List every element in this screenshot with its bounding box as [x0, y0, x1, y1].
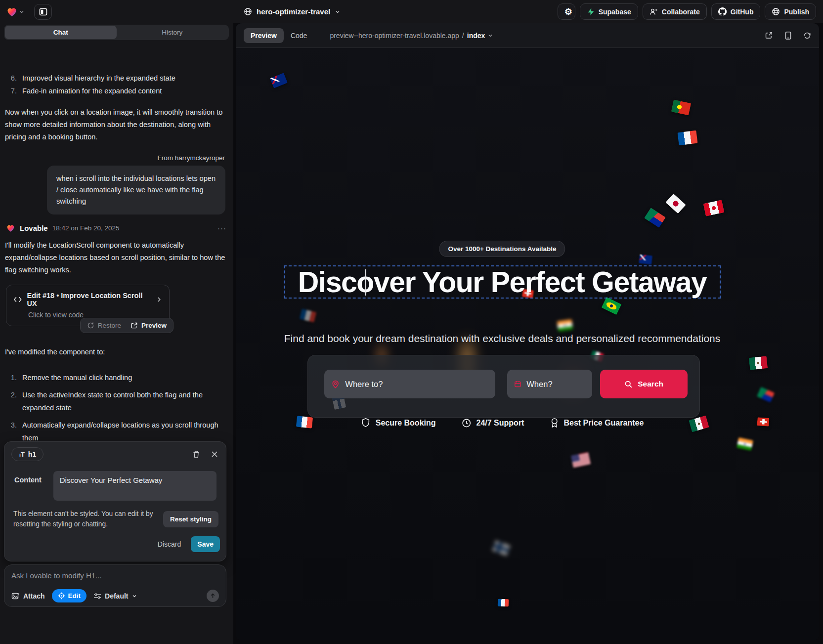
list-item: 1.Remove the manual click handling — [0, 371, 233, 384]
preview-button[interactable]: Preview — [130, 322, 167, 329]
calendar-icon — [514, 380, 521, 388]
supabase-icon — [587, 8, 595, 16]
tab-history[interactable]: History — [117, 26, 228, 39]
topbar-actions: ⚙ Supabase Collaborate GitHub Publish — [558, 3, 823, 20]
edit-mode-button[interactable]: Edit — [52, 589, 87, 602]
url-page: index — [467, 32, 485, 40]
list-item: 7.Fade-in animation for the expanded con… — [0, 85, 233, 97]
element-editor-panel: тT h1 Content Discover Your Perfect Geta… — [4, 441, 226, 561]
chevron-down-icon — [488, 33, 493, 38]
content-textarea[interactable]: Discover Your Perfect Getaway — [53, 471, 217, 501]
collaborate-button[interactable]: Collaborate — [643, 3, 707, 20]
type-icon: тT — [19, 451, 24, 458]
send-button[interactable] — [207, 590, 219, 602]
list-item: 2.Use the activeIndex state to control b… — [0, 388, 233, 414]
list-item: 6.Improved visual hierarchy in the expan… — [0, 72, 233, 85]
model-default-button[interactable]: Default — [93, 592, 136, 600]
gear-icon: ⚙ — [564, 6, 572, 17]
chat-input[interactable] — [11, 571, 219, 580]
flag-india-icon — [557, 319, 573, 332]
edit-code-card[interactable]: Edit #18 • Improve Location Scroll UX Cl… — [6, 285, 170, 326]
trash-icon[interactable] — [192, 450, 200, 459]
date-field[interactable] — [507, 370, 593, 398]
flag-india-icon — [736, 437, 753, 451]
preview-toolbar: Preview Code preview--hero-optimizer-tra… — [236, 23, 819, 48]
restore-icon — [87, 322, 94, 329]
hero-title[interactable]: Discover Your Perfect Getaway — [298, 265, 707, 299]
when-input[interactable] — [526, 380, 585, 389]
publish-button[interactable]: Publish — [765, 3, 816, 20]
flag-japan-icon — [665, 194, 686, 214]
attach-button[interactable]: Attach — [11, 592, 45, 600]
github-icon — [718, 7, 727, 16]
message-timestamp: 18:42 on Feb 20, 2025 — [52, 224, 120, 232]
chat-input-card: Attach Edit Default — [4, 564, 226, 607]
selected-tag-badge[interactable]: тT h1 — [11, 447, 43, 461]
feature-secure-booking: Secure Booking — [361, 418, 436, 428]
flag-south-africa-icon — [644, 208, 666, 228]
content-label: Content — [14, 471, 42, 501]
close-icon[interactable] — [211, 451, 218, 458]
tag-name: h1 — [28, 450, 36, 458]
supabase-button[interactable]: Supabase — [580, 3, 638, 20]
styling-note: This element can't be styled. You can ed… — [13, 509, 157, 529]
mobile-view-icon[interactable] — [784, 31, 792, 40]
people-plus-icon — [650, 8, 658, 16]
project-switcher[interactable]: hero-optimizer-travel — [244, 7, 341, 16]
flag-france-icon — [498, 599, 509, 607]
save-button[interactable]: Save — [191, 536, 220, 552]
sidebar-panel-icon — [39, 8, 47, 16]
settings-button[interactable]: ⚙ — [558, 3, 575, 20]
sidebar-toggle-button[interactable] — [34, 4, 52, 20]
flag-finland-icon — [492, 540, 511, 556]
refresh-icon[interactable] — [803, 32, 811, 40]
preview-url[interactable]: preview--hero-optimizer-travel.lovable.a… — [330, 32, 493, 40]
chevron-down-icon — [335, 9, 341, 15]
flag-france-icon — [296, 416, 313, 428]
flag-usa-icon — [571, 452, 591, 468]
tab-code[interactable]: Code — [284, 28, 314, 43]
clock-icon — [462, 418, 472, 428]
tab-preview[interactable]: Preview — [244, 28, 284, 43]
chevron-down-icon — [132, 594, 137, 599]
flag-australia-icon — [270, 73, 288, 88]
search-icon — [624, 380, 633, 388]
globe-icon — [244, 7, 252, 16]
restore-button[interactable]: Restore — [87, 322, 121, 329]
chat-history-tabs: Chat History — [4, 25, 229, 40]
assistant-paragraph: Now when you click on a location image, … — [5, 106, 227, 143]
code-icon — [13, 296, 22, 303]
sliders-icon — [93, 593, 101, 600]
where-input[interactable] — [345, 380, 488, 389]
github-button[interactable]: GitHub — [711, 3, 761, 20]
destination-field[interactable] — [324, 370, 495, 398]
assistant-paragraph: I'll modify the LocationScroll component… — [5, 239, 227, 276]
preview-panel: Preview Code preview--hero-optimizer-tra… — [236, 23, 819, 640]
flag-mexico-icon — [689, 416, 709, 432]
discard-button[interactable]: Discard — [158, 540, 181, 548]
flag-canada-icon — [703, 200, 725, 216]
feature-support: 24/7 Support — [462, 418, 524, 428]
topbar-left — [0, 4, 230, 20]
h1-selection-outline[interactable]: Discover Your Perfect Getaway — [284, 265, 721, 299]
open-in-new-tab-icon[interactable] — [765, 31, 773, 40]
hero-subtitle: Find and book your dream destination wit… — [280, 333, 725, 344]
list-item: 3.Automatically expand/collapse location… — [0, 419, 233, 444]
preview-stage[interactable]: Over 1000+ Destinations Available Discov… — [236, 48, 819, 640]
flag-brazil-icon — [601, 297, 621, 315]
reset-styling-button[interactable]: Reset styling — [163, 511, 218, 527]
message-menu-button[interactable]: ··· — [217, 224, 226, 232]
feature-list: Secure Booking 24/7 Support Best Price G… — [361, 418, 644, 428]
chat-message-list[interactable]: 6.Improved visual hierarchy in the expan… — [0, 65, 233, 465]
heart-logo-icon — [6, 6, 18, 18]
tab-chat[interactable]: Chat — [5, 26, 117, 39]
lovable-logo[interactable] — [6, 6, 24, 18]
target-icon — [58, 592, 65, 600]
flag-south-africa-icon — [757, 387, 775, 402]
text-caret — [365, 269, 366, 296]
lovable-app-window: hero-optimizer-travel ⚙ Supabase Collabo… — [0, 0, 823, 644]
arrow-up-icon — [210, 593, 216, 599]
url-separator: / — [462, 32, 464, 40]
search-button[interactable]: Search — [600, 370, 688, 398]
chevron-down-icon — [19, 9, 24, 14]
